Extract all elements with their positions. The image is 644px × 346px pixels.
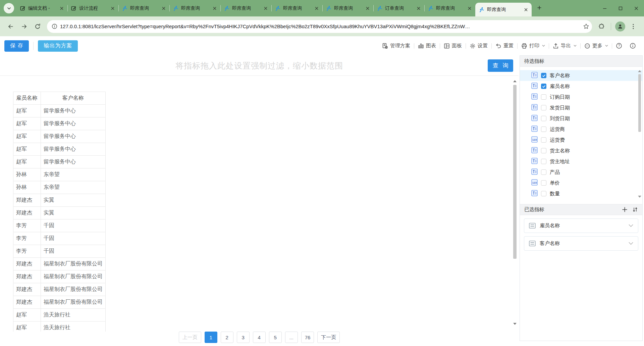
minimize-button[interactable] — [597, 0, 612, 16]
browser-tab[interactable]: 即席查询 — [424, 0, 475, 16]
browser-tab[interactable]: 即席查询 — [322, 0, 373, 16]
chevron-down-icon[interactable] — [629, 242, 633, 245]
indicator-checkbox[interactable] — [541, 84, 546, 89]
reload-button[interactable] — [32, 21, 43, 32]
browser-tab[interactable]: 即席查询 — [118, 0, 169, 16]
browser-tab[interactable]: 编辑文档 - — [16, 0, 67, 16]
close-tab-button[interactable] — [212, 5, 217, 12]
list-scroll-up-arrow[interactable] — [638, 70, 641, 72]
manage-plan-button[interactable]: 管理方案 — [378, 43, 414, 49]
close-tab-button[interactable] — [314, 5, 319, 12]
reset-button[interactable]: 重置 — [492, 43, 517, 49]
list-scrollbar-thumb[interactable] — [638, 74, 641, 132]
help-button[interactable]: ? — [612, 43, 626, 49]
indicator-checkbox[interactable] — [541, 127, 546, 132]
filter-drop-zone[interactable]: 将指标拖入此处设置强制过滤，缩小数据范围 查 询 — [0, 55, 519, 76]
list-scrollbar[interactable] — [638, 70, 641, 198]
pending-indicator-item[interactable]: 123 雇员名称 — [520, 81, 642, 92]
query-button[interactable]: 查 询 — [488, 59, 513, 72]
settings-button[interactable]: 设置 — [466, 43, 491, 49]
pending-indicator-item[interactable]: 123 客户名称 — [520, 70, 642, 81]
svg-text:?: ? — [618, 44, 620, 48]
extensions-button[interactable] — [596, 21, 607, 32]
pending-indicator-item[interactable]: 123 运货费 — [520, 135, 642, 145]
tab-search-button[interactable] — [4, 3, 14, 13]
indicator-checkbox[interactable] — [541, 105, 546, 110]
chevron-down-icon[interactable] — [629, 224, 633, 227]
page-button-76[interactable]: 76 — [301, 332, 314, 343]
indicator-checkbox[interactable] — [541, 94, 546, 100]
print-button[interactable]: 打印 — [518, 43, 549, 49]
prev-page-button[interactable]: 上一页 — [179, 332, 201, 343]
save-button[interactable]: 保 存 — [4, 40, 29, 52]
pending-indicator-item[interactable]: 123 发货日期 — [520, 102, 642, 113]
selected-indicator-card[interactable]: 客户名称 — [524, 236, 638, 251]
browser-tab[interactable]: 设计流程 — [67, 0, 118, 16]
pending-indicator-item[interactable]: 123 单价 — [520, 178, 642, 188]
close-window-button[interactable] — [628, 0, 644, 16]
export-as-plan-button[interactable]: 输出为方案 — [38, 40, 78, 52]
pending-indicator-item[interactable]: 123 货主地址 — [520, 156, 642, 167]
indicator-checkbox[interactable] — [541, 159, 546, 164]
page-button-5[interactable]: 5 — [269, 332, 282, 343]
scrollbar-thumb[interactable] — [513, 85, 517, 259]
site-info-icon[interactable] — [52, 23, 57, 29]
page-button-3[interactable]: 3 — [237, 332, 250, 343]
page-ellipsis[interactable]: ... — [285, 332, 298, 343]
close-tab-button[interactable] — [59, 5, 64, 12]
pending-indicator-item[interactable]: 123 运货商 — [520, 124, 642, 135]
pending-indicator-item[interactable]: 123 货主名称 — [520, 145, 642, 156]
more-button[interactable]: 更多 — [581, 43, 612, 49]
indicator-checkbox[interactable] — [541, 180, 546, 186]
close-tab-button[interactable] — [416, 5, 421, 12]
info-button[interactable] — [626, 43, 640, 49]
browser-tab[interactable]: 即席查询 — [220, 0, 271, 16]
maximize-button[interactable] — [612, 0, 628, 16]
indicator-checkbox[interactable] — [541, 116, 546, 121]
bookmark-star-icon[interactable] — [583, 23, 589, 30]
toolbar-right-group: 管理方案 图表 面板 设置 — [378, 43, 640, 49]
profile-avatar[interactable] — [615, 21, 625, 32]
list-scroll-down-arrow[interactable] — [638, 196, 641, 198]
close-tab-button[interactable] — [110, 5, 115, 12]
export-button[interactable]: 导出 — [549, 43, 580, 49]
table-row: 郑建杰福星制衣厂股份有限公司 — [13, 296, 106, 309]
new-tab-button[interactable] — [535, 3, 544, 13]
close-tab-button[interactable] — [523, 6, 529, 13]
back-button[interactable] — [5, 21, 16, 32]
add-indicator-icon[interactable] — [622, 207, 628, 212]
browser-tab[interactable]: 即席查询 — [169, 0, 220, 16]
indicator-checkbox[interactable] — [541, 148, 546, 153]
pending-indicator-item[interactable]: 123 数量 — [520, 188, 642, 199]
chart-button[interactable]: 图表 — [414, 43, 440, 49]
page-button-4[interactable]: 4 — [253, 332, 266, 343]
sort-order-icon[interactable] — [632, 207, 638, 212]
close-tab-button[interactable] — [161, 5, 166, 12]
indicator-checkbox[interactable] — [541, 73, 546, 78]
indicator-checkbox[interactable] — [541, 137, 546, 143]
close-tab-button[interactable] — [365, 5, 370, 12]
indicator-checkbox[interactable] — [541, 191, 546, 196]
panel-button[interactable]: 面板 — [440, 43, 466, 49]
browser-tab[interactable]: 订单查询 — [373, 0, 424, 16]
close-tab-button[interactable] — [263, 5, 268, 12]
content-scrollbar[interactable] — [513, 80, 517, 325]
pending-indicator-item[interactable]: 123 订购日期 — [520, 92, 642, 102]
address-bar[interactable]: 127.0.0.1:8081/lczServer/hrServlet?type=… — [47, 20, 592, 33]
indicator-checkbox[interactable] — [541, 169, 546, 175]
scroll-up-arrow[interactable] — [513, 80, 517, 82]
table-cell: 实翼 — [41, 207, 106, 219]
selected-indicator-card[interactable]: 雇员名称 — [524, 218, 638, 233]
forward-button[interactable] — [18, 21, 30, 32]
pending-indicator-item[interactable]: 123 产品 — [520, 167, 642, 178]
pending-indicator-item[interactable]: 123 到货日期 — [520, 113, 642, 124]
chevron-down-icon — [7, 7, 11, 10]
scroll-down-arrow[interactable] — [513, 323, 517, 325]
browser-tab[interactable]: 即席查询 — [271, 0, 322, 16]
close-tab-button[interactable] — [467, 5, 472, 12]
browser-tab[interactable]: 即席查询 — [475, 3, 532, 16]
next-page-button[interactable]: 下一页 — [317, 332, 340, 343]
page-button-1[interactable]: 1 — [205, 332, 217, 343]
page-button-2[interactable]: 2 — [221, 332, 233, 343]
browser-menu-button[interactable] — [628, 21, 639, 32]
